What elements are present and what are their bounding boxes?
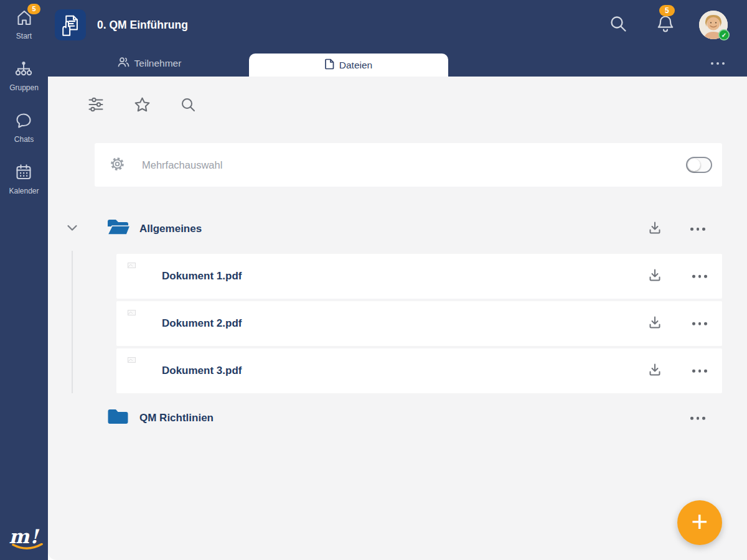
thumbnail-placeholder-icon bbox=[128, 354, 136, 365]
favorites-button[interactable] bbox=[133, 95, 151, 114]
star-icon bbox=[133, 96, 151, 114]
gear-icon bbox=[109, 156, 126, 175]
toggle-knob bbox=[688, 159, 700, 171]
download-button[interactable] bbox=[647, 267, 663, 286]
ellipsis-icon bbox=[711, 62, 725, 65]
ellipsis-icon bbox=[692, 322, 707, 325]
folder-row-allgemeines[interactable]: Allgemeines bbox=[48, 212, 747, 246]
document-row[interactable]: Dokument 3.pdf bbox=[116, 348, 722, 393]
file-icon bbox=[325, 58, 334, 72]
download-icon bbox=[647, 220, 663, 236]
search-files-button[interactable] bbox=[179, 95, 197, 114]
avatar[interactable]: ✓ bbox=[699, 11, 728, 39]
sliders-icon bbox=[87, 96, 105, 113]
download-button[interactable] bbox=[647, 314, 663, 333]
document-name: Dokument 1.pdf bbox=[162, 270, 242, 282]
ellipsis-icon bbox=[690, 228, 705, 231]
notifications-button[interactable]: 5 bbox=[655, 14, 675, 36]
sidebar: 5 Start Gruppen Chats bbox=[0, 0, 48, 560]
document-name: Dokument 3.pdf bbox=[162, 365, 242, 377]
org-chart-icon bbox=[14, 60, 34, 81]
sidebar-item-label: Chats bbox=[14, 135, 34, 144]
sidebar-item-label: Gruppen bbox=[9, 83, 39, 92]
sidebar-item-start[interactable]: 5 Start bbox=[15, 8, 34, 40]
plus-icon: + bbox=[692, 507, 708, 536]
calendar-icon bbox=[14, 163, 33, 184]
more-actions-button[interactable] bbox=[690, 417, 705, 420]
home-icon: 5 bbox=[15, 8, 34, 29]
app-logo: m! bbox=[0, 527, 48, 551]
download-button[interactable] bbox=[647, 362, 663, 380]
more-actions-button[interactable] bbox=[692, 370, 707, 373]
download-icon bbox=[647, 362, 663, 378]
document-name: Dokument 2.pdf bbox=[162, 317, 242, 330]
sidebar-item-label: Kalender bbox=[9, 187, 39, 195]
filter-button[interactable] bbox=[87, 95, 105, 114]
download-icon bbox=[647, 314, 663, 330]
more-actions-button[interactable] bbox=[690, 228, 705, 231]
more-actions-button[interactable] bbox=[692, 322, 707, 325]
folder-closed-icon bbox=[106, 407, 130, 429]
more-actions-button[interactable] bbox=[692, 275, 707, 278]
tab-overflow-button[interactable] bbox=[711, 62, 725, 65]
thumbnail-placeholder-icon bbox=[128, 259, 136, 271]
participants-icon bbox=[118, 57, 129, 70]
tab-dateien[interactable]: Dateien bbox=[249, 54, 448, 77]
sidebar-item-chats[interactable]: Chats bbox=[14, 111, 34, 144]
content-area: Mehrfachauswahl Allgemeines bbox=[48, 77, 747, 560]
notifications-badge: 5 bbox=[659, 5, 675, 16]
sidebar-item-kalender[interactable]: Kalender bbox=[9, 163, 39, 195]
tab-bar: Teilnehmer Dateien bbox=[48, 50, 747, 77]
tab-label: Dateien bbox=[339, 60, 372, 71]
folder-row-qm-richtlinien[interactable]: QM Richtlinien bbox=[48, 401, 747, 436]
multiselect-card: Mehrfachauswahl bbox=[95, 143, 722, 187]
ellipsis-icon bbox=[692, 370, 707, 373]
folder-name: QM Richtlinien bbox=[139, 412, 214, 424]
logo-smile-icon bbox=[11, 543, 44, 551]
main-area: 0. QM Einführung 5 bbox=[48, 0, 747, 560]
chevron-down-icon[interactable] bbox=[64, 220, 80, 238]
search-icon bbox=[179, 96, 197, 113]
ellipsis-icon bbox=[690, 417, 705, 420]
start-badge: 5 bbox=[27, 4, 40, 14]
tree-indent-line bbox=[72, 251, 73, 393]
files-toolbar bbox=[87, 95, 197, 114]
multiselect-label: Mehrfachauswahl bbox=[142, 159, 222, 171]
download-icon bbox=[647, 267, 663, 283]
status-check-icon: ✓ bbox=[718, 29, 730, 40]
add-button[interactable]: + bbox=[677, 500, 722, 545]
folder-open-icon bbox=[106, 218, 131, 240]
tab-teilnehmer[interactable]: Teilnehmer bbox=[53, 50, 246, 77]
chat-bubble-icon bbox=[14, 111, 33, 133]
thumbnail-placeholder-icon bbox=[128, 307, 136, 318]
search-button[interactable] bbox=[608, 14, 628, 36]
page-title: 0. QM Einführung bbox=[97, 19, 188, 32]
multiselect-toggle[interactable] bbox=[686, 157, 712, 173]
bell-icon bbox=[655, 14, 675, 36]
ellipsis-icon bbox=[692, 275, 707, 278]
tab-label: Teilnehmer bbox=[134, 58, 182, 69]
sidebar-item-gruppen[interactable]: Gruppen bbox=[9, 60, 39, 92]
folder-name: Allgemeines bbox=[139, 223, 202, 235]
top-bar: 0. QM Einführung 5 bbox=[48, 0, 747, 50]
course-icon bbox=[55, 9, 86, 40]
sidebar-item-label: Start bbox=[16, 32, 32, 40]
search-icon bbox=[608, 14, 628, 36]
document-row[interactable]: Dokument 2.pdf bbox=[116, 301, 722, 346]
document-row[interactable]: Dokument 1.pdf bbox=[116, 254, 722, 299]
download-button[interactable] bbox=[647, 220, 663, 238]
